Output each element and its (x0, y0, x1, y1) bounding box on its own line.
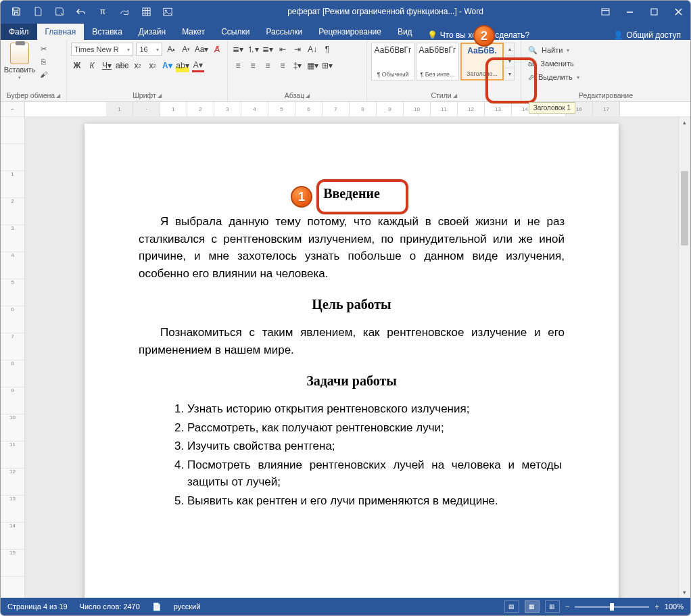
font-color-icon[interactable]: A▾ (192, 59, 204, 72)
lightbulb-icon: 💡 (427, 30, 437, 40)
maximize-icon[interactable] (642, 1, 666, 22)
annotation-marker-2: 2 (473, 25, 495, 47)
text-effects-icon[interactable]: A▾ (161, 59, 173, 72)
align-left-icon[interactable]: ≡ (232, 59, 244, 72)
share-button[interactable]: 👤Общий доступ (613, 30, 690, 40)
view-read-icon[interactable]: ▤ (504, 600, 519, 613)
svg-rect-1 (164, 8, 172, 16)
image-icon[interactable] (158, 1, 178, 22)
subscript-icon[interactable]: x2 (131, 59, 143, 72)
tab-layout[interactable]: Макет (174, 24, 213, 40)
cut-icon[interactable]: ✂ (37, 43, 49, 54)
doc-heading-goal: Цель работы (139, 294, 565, 314)
status-language[interactable]: русский (174, 602, 200, 611)
status-page[interactable]: Страница 4 из 19 (7, 602, 68, 611)
tab-home[interactable]: Главная (37, 24, 85, 40)
tab-view[interactable]: Вид (389, 24, 421, 40)
bullets-icon[interactable]: ≣▾ (232, 43, 244, 56)
find-button[interactable]: 🔍Найти▾ (525, 44, 686, 56)
justify-icon[interactable]: ≡ (277, 59, 289, 72)
scroll-thumb[interactable] (681, 171, 688, 245)
align-center-icon[interactable]: ≡ (247, 59, 259, 72)
equation-icon[interactable]: π (93, 1, 113, 22)
replace-button[interactable]: abЗаменить (525, 57, 686, 70)
increase-indent-icon[interactable]: ⇥ (291, 43, 304, 56)
zoom-level[interactable]: 100% (665, 602, 684, 611)
dialog-launcher-icon[interactable]: ◢ (453, 93, 457, 99)
svg-point-2 (165, 9, 167, 11)
sort-icon[interactable]: A↓ (306, 43, 318, 56)
superscript-icon[interactable]: x2 (146, 59, 158, 72)
font-name-combo[interactable]: Times New R▾ (71, 43, 133, 56)
style-normal[interactable]: АаБбВвГг ¶ Обычный (371, 43, 414, 80)
save-as-icon[interactable] (49, 1, 70, 22)
paste-button[interactable]: Вставить ▾ (5, 43, 34, 80)
page[interactable]: Введение Я выбрала данную тему потому, ч… (85, 124, 619, 598)
scroll-up-icon[interactable]: ▴ (679, 117, 690, 128)
bold-button[interactable]: Ж (71, 59, 83, 72)
close-icon[interactable] (666, 1, 690, 22)
zoom-slider[interactable] (575, 606, 649, 608)
minimize-icon[interactable] (617, 1, 642, 22)
document-scroll[interactable]: Введение Я выбрала данную тему потому, ч… (25, 117, 678, 598)
horizontal-ruler[interactable]: 1·1234567891011121314151617 Заголовок 1 (25, 102, 690, 116)
italic-button[interactable]: К (86, 59, 98, 72)
tab-insert[interactable]: Вставка (84, 24, 130, 40)
styles-up-icon[interactable]: ▴ (505, 43, 514, 55)
style-no-spacing[interactable]: АаБбВвГг ¶ Без инте... (416, 43, 459, 80)
svg-rect-4 (651, 9, 657, 15)
select-button[interactable]: ⬀Выделить▾ (525, 71, 686, 83)
tab-file[interactable]: Файл (1, 24, 37, 40)
tab-design[interactable]: Дизайн (130, 24, 174, 40)
align-right-icon[interactable]: ≡ (262, 59, 274, 72)
styles-more-icon[interactable]: ▾ (505, 68, 514, 80)
dialog-launcher-icon[interactable]: ◢ (158, 93, 162, 99)
document-area: 123456789101112131415 Введение Я выбрала… (1, 117, 690, 598)
format-painter-icon[interactable]: 🖌 (37, 69, 49, 80)
table-icon[interactable] (136, 1, 156, 22)
borders-icon[interactable]: ⊞▾ (321, 59, 333, 72)
pilcrow-icon[interactable]: ¶ (321, 43, 333, 56)
copy-icon[interactable]: ⎘ (37, 56, 49, 67)
shading-icon[interactable]: ▦▾ (306, 59, 318, 72)
group-paragraph: ≣▾ ⒈▾ ≣▾ ⇤ ⇥ A↓ ¶ ≡ ≡ ≡ ≡ ‡▾ ▦▾ ⊞▾ (228, 40, 367, 101)
save-icon[interactable] (6, 1, 26, 22)
redo-icon[interactable] (114, 1, 135, 22)
view-web-icon[interactable]: ▥ (545, 600, 560, 613)
vertical-scrollbar[interactable]: ▴ ▾ (678, 117, 690, 598)
doc-paragraph: Я выбрала данную тему потому, что каждый… (139, 213, 565, 282)
decrease-indent-icon[interactable]: ⇤ (277, 43, 289, 56)
styles-down-icon[interactable]: ▾ (505, 55, 514, 68)
vertical-ruler[interactable]: 123456789101112131415 (1, 117, 25, 598)
tab-review[interactable]: Рецензирование (310, 24, 389, 40)
numbering-icon[interactable]: ⒈▾ (247, 43, 259, 56)
new-icon[interactable] (28, 1, 48, 22)
decrease-font-icon[interactable]: A▾ (180, 43, 192, 56)
status-proofing-icon[interactable]: 📄 (152, 602, 162, 611)
tab-references[interactable]: Ссылки (213, 24, 258, 40)
multilevel-icon[interactable]: ≣▾ (262, 43, 274, 56)
increase-font-icon[interactable]: A▴ (165, 43, 177, 56)
dialog-launcher-icon[interactable]: ◢ (56, 93, 60, 99)
view-print-icon[interactable]: ▦ (525, 600, 540, 613)
doc-heading-tasks: Задачи работы (139, 371, 565, 391)
tab-mailings[interactable]: Рассылки (258, 24, 310, 40)
line-spacing-icon[interactable]: ‡▾ (291, 59, 304, 72)
clear-format-icon[interactable]: A̸ (211, 43, 223, 56)
strike-button[interactable]: abc (116, 59, 128, 72)
scroll-down-icon[interactable]: ▾ (679, 587, 690, 598)
highlight-icon[interactable]: ab▾ (176, 59, 189, 72)
dialog-launcher-icon[interactable]: ◢ (306, 93, 310, 99)
doc-heading-intro: Введение (139, 183, 565, 204)
undo-icon[interactable] (71, 1, 91, 22)
ribbon-options-icon[interactable] (593, 1, 617, 22)
list-item: Выявить как рентген и его лучи применяют… (187, 492, 565, 510)
zoom-out-icon[interactable]: − (565, 602, 569, 611)
style-heading1[interactable]: АаБбВ. Заголово... (460, 43, 504, 80)
zoom-in-icon[interactable]: + (654, 602, 659, 611)
font-size-combo[interactable]: 16▾ (136, 43, 162, 56)
change-case-icon[interactable]: Aa▾ (195, 43, 208, 56)
underline-button[interactable]: Ч▾ (101, 59, 113, 72)
status-words[interactable]: Число слов: 2470 (80, 602, 140, 611)
tell-me[interactable]: 💡Что вы хотите сделать? (421, 30, 614, 40)
